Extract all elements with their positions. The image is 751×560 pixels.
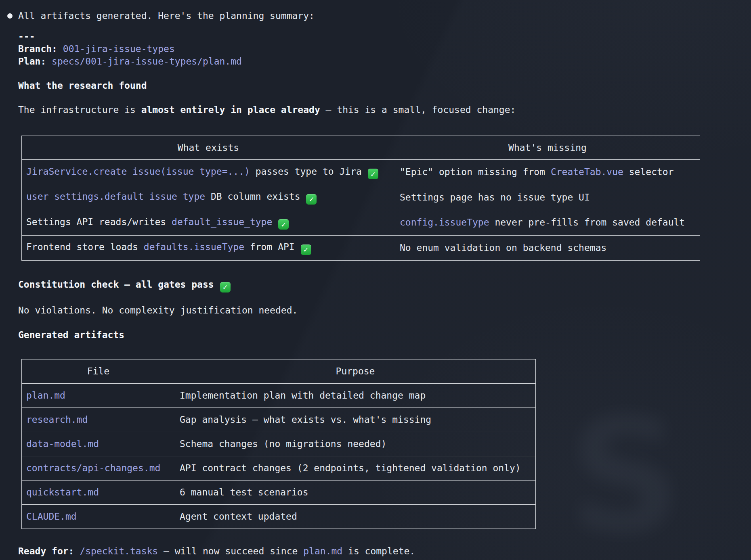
infrastructure-paragraph: The infrastructure is almost entirely in…	[18, 104, 733, 116]
text-segment: Agent context updated	[180, 511, 297, 522]
table-cell: Agent context updated	[175, 504, 536, 529]
table-row: research.mdGap analysis — what exists vs…	[22, 407, 536, 432]
text-segment: Branch:	[18, 44, 57, 54]
table-cell: "Epic" option missing from CreateTab.vue…	[395, 160, 700, 185]
bullet-icon	[7, 13, 13, 19]
inline-code: defaults.issueType	[144, 242, 244, 252]
text-segment: is complete.	[342, 546, 415, 556]
table-cell: No enum validation on backend schemas	[395, 235, 700, 261]
table-row: Frontend store loads defaults.issueType …	[22, 235, 700, 261]
text-segment: Frontend store loads	[26, 242, 144, 252]
ready-line: Ready for: /speckit.tasks — will now suc…	[18, 545, 733, 558]
table-header-row: What existsWhat's missing	[22, 136, 700, 160]
table-row: contracts/api-changes.mdAPI contract cha…	[22, 456, 536, 480]
inline-code: research.md	[26, 414, 88, 425]
table-cell: Schema changes (no migrations needed)	[175, 432, 536, 456]
text-segment: never pre-fills from saved default	[489, 217, 685, 228]
text-segment: — will now succeed since	[158, 546, 303, 556]
table-row: user_settings.default_issue_type DB colu…	[22, 185, 700, 210]
artifacts-heading: Generated artifacts	[18, 329, 733, 341]
text-segment: Ready for:	[18, 546, 74, 556]
text-segment: Plan:	[18, 56, 46, 67]
text-segment: Settings API reads/writes	[26, 217, 172, 227]
terminal-output[interactable]: All artifacts generated. Here's the plan…	[18, 10, 733, 558]
inline-code: specs/001-jira-issue-types/plan.md	[52, 56, 242, 67]
text-segment: No enum validation on backend schemas	[400, 242, 606, 253]
check-icon: ✓	[220, 282, 231, 293]
table-cell: Settings page has no issue type UI	[395, 185, 700, 210]
table-cell: research.md	[22, 407, 175, 432]
table-cell: Gap analysis — what exists vs. what's mi…	[175, 407, 536, 432]
text-segment: almost entirely in place already	[141, 104, 320, 115]
table-row: Settings API reads/writes default_issue_…	[22, 210, 700, 236]
table-cell: Settings API reads/writes default_issue_…	[22, 210, 395, 236]
text-segment: Gap analysis — what exists vs. what's mi…	[180, 414, 431, 425]
table-header-cell: What's missing	[395, 136, 700, 160]
text-segment: "Epic" option missing from	[400, 167, 551, 177]
table-row: data-model.mdSchema changes (no migratio…	[22, 432, 536, 456]
text-segment: — this is a small, focused change:	[320, 104, 516, 115]
branch-line: Branch: 001-jira-issue-types	[18, 43, 733, 55]
text-segment: Implementation plan with detailed change…	[180, 390, 426, 401]
text-segment	[57, 44, 63, 54]
table-cell: contracts/api-changes.md	[22, 456, 175, 480]
text-segment: 6 manual test scenarios	[180, 487, 308, 497]
table-header-row: FilePurpose	[22, 359, 536, 383]
table-cell: API contract changes (2 endpoints, tight…	[175, 456, 536, 480]
table-row: quickstart.md6 manual test scenarios	[22, 480, 536, 504]
table-header-cell: Purpose	[175, 359, 536, 383]
table-cell: quickstart.md	[22, 480, 175, 504]
inline-code: config.issueType	[400, 217, 489, 228]
table-cell: plan.md	[22, 383, 175, 407]
table-cell: CLAUDE.md	[22, 504, 175, 529]
inline-code: default_issue_type	[172, 217, 272, 227]
text-segment: The infrastructure is	[18, 104, 141, 115]
inline-code: data-model.md	[26, 439, 99, 449]
check-icon: ✓	[306, 194, 317, 205]
research-heading: What the research found	[18, 79, 733, 92]
text-segment: All artifacts generated. Here's the plan…	[18, 10, 315, 21]
text-segment: from API	[244, 242, 300, 252]
table-cell: config.issueType never pre-fills from sa…	[395, 210, 700, 236]
table-row: CLAUDE.mdAgent context updated	[22, 504, 536, 529]
inline-code: plan.md	[303, 546, 342, 556]
artifacts-table: FilePurposeplan.mdImplementation plan wi…	[21, 359, 536, 529]
intro-line: All artifacts generated. Here's the plan…	[18, 10, 733, 22]
constitution-heading: Constitution check — all gates pass ✓	[18, 278, 733, 293]
inline-code: user_settings.default_issue_type	[26, 191, 205, 202]
divider-line: ---	[18, 30, 733, 43]
table-cell: JiraService.create_issue(issue_type=...)…	[22, 160, 395, 185]
table-cell: 6 manual test scenarios	[175, 480, 536, 504]
inline-code: contracts/api-changes.md	[26, 463, 160, 473]
text-segment	[46, 56, 52, 67]
plan-line: Plan: specs/001-jira-issue-types/plan.md	[18, 55, 733, 68]
text-segment: Constitution check — all gates pass	[18, 279, 220, 290]
meta-block: --- Branch: 001-jira-issue-types Plan: s…	[18, 30, 733, 68]
intro-text: All artifacts generated. Here's the plan…	[18, 10, 315, 21]
text-segment: passes type to Jira	[250, 166, 367, 177]
inline-code: CLAUDE.md	[26, 511, 77, 522]
table-cell: Frontend store loads defaults.issueType …	[22, 235, 395, 261]
inline-code: plan.md	[26, 390, 65, 401]
table-row: JiraService.create_issue(issue_type=...)…	[22, 160, 700, 185]
table-header-cell: File	[22, 359, 175, 383]
text-segment: DB column exists	[205, 191, 306, 202]
table-header-cell: What exists	[22, 136, 395, 160]
table-cell: Implementation plan with detailed change…	[175, 383, 536, 407]
text-segment: Schema changes (no migrations needed)	[180, 439, 386, 449]
text-segment	[272, 217, 278, 227]
table-row: plan.mdImplementation plan with detailed…	[22, 383, 536, 407]
inline-code: quickstart.md	[26, 487, 99, 497]
inline-code: JiraService.create_issue(issue_type=...)	[26, 166, 250, 177]
check-icon: ✓	[368, 169, 378, 179]
text-segment: API contract changes (2 endpoints, tight…	[180, 463, 521, 473]
text-segment: selector	[623, 167, 674, 177]
check-icon: ✓	[301, 244, 311, 255]
table-cell: user_settings.default_issue_type DB colu…	[22, 185, 395, 210]
inline-code: CreateTab.vue	[551, 167, 623, 177]
inline-code: 001-jira-issue-types	[63, 44, 175, 54]
text-segment: Settings page has no issue type UI	[400, 192, 590, 203]
violations-paragraph: No violations. No complexity justificati…	[18, 304, 733, 317]
text-segment	[74, 546, 80, 556]
research-gap-table: What existsWhat's missingJiraService.cre…	[21, 136, 700, 261]
